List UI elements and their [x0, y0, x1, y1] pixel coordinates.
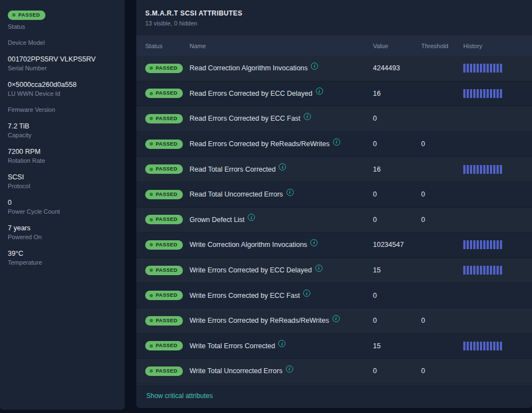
attribute-row[interactable]: PASSEDRead Total Uncorrected Errorsi00	[136, 182, 532, 208]
attribute-history-sparkline	[463, 342, 523, 350]
attribute-row[interactable]: PASSEDWrite Errors Corrected by ECC Dela…	[136, 258, 532, 283]
attribute-row[interactable]: PASSEDWrite Total Uncorrected Errorsi00	[136, 359, 532, 384]
status-badge-label: PASSED	[156, 369, 177, 374]
info-icon[interactable]: i	[278, 340, 285, 347]
info-icon[interactable]: i	[332, 315, 340, 322]
attribute-row[interactable]: PASSEDRead Total Errors Correctedi16	[136, 157, 532, 182]
attribute-row[interactable]: PASSEDRead Errors Corrected by ECC Delay…	[136, 81, 532, 107]
device-attribute-value: 001702PPS5RV VLKPS5RV	[8, 55, 117, 63]
history-bar	[467, 240, 469, 249]
card-header: S.M.A.R.T SCSI ATTRIBUTES 13 visible, 0 …	[136, 0, 532, 35]
device-attribute-label: Serial Number	[8, 65, 117, 71]
status-dot-icon	[150, 243, 153, 246]
history-bar	[463, 342, 466, 350]
device-attribute-value: 0×5000cca260d0a558	[8, 81, 117, 89]
attribute-row[interactable]: PASSEDRead Correction Algorithm Invocati…	[136, 56, 532, 81]
device-attribute-label: LU WWN Device Id	[8, 90, 117, 97]
status-badge-label: PASSED	[156, 242, 177, 247]
attribute-value: 15	[373, 266, 421, 274]
attribute-row[interactable]: PASSEDGrown Defect Listi00	[136, 208, 532, 233]
attribute-row[interactable]: PASSEDWrite Errors Corrected by ReReads/…	[136, 308, 532, 334]
history-bar	[480, 240, 482, 249]
attribute-value: 0	[373, 190, 421, 198]
attribute-name-cell: Write Total Errors Correctedi	[190, 342, 373, 350]
device-attribute: Device Model	[8, 39, 117, 46]
history-bar	[477, 240, 479, 249]
history-bar	[490, 342, 492, 350]
status-badge-label: PASSED	[156, 293, 177, 298]
show-critical-attributes-link[interactable]: Show critical attributes	[146, 392, 213, 400]
status-badge: PASSED	[145, 164, 183, 174]
device-attribute: 0Power Cycle Count	[8, 199, 117, 215]
attribute-name: Write Errors Corrected by ECC Fast	[190, 292, 300, 300]
history-bar	[497, 266, 499, 275]
info-icon[interactable]: i	[310, 239, 318, 246]
attribute-status-cell: PASSED	[145, 316, 190, 326]
info-icon[interactable]: i	[315, 265, 323, 272]
history-bar	[497, 342, 499, 350]
attribute-value: 10234547	[373, 241, 421, 249]
history-bar	[480, 64, 482, 73]
history-bar	[470, 64, 472, 73]
status-badge: PASSED	[145, 266, 183, 275]
status-badge-label: PASSED	[156, 217, 177, 222]
history-bar	[483, 64, 485, 73]
history-bar	[480, 266, 482, 275]
history-bar	[467, 89, 469, 98]
info-icon[interactable]: i	[303, 290, 310, 297]
attribute-history-sparkline	[463, 165, 523, 174]
device-attribute-value: 7 years	[8, 224, 117, 232]
history-bar	[473, 64, 475, 73]
attribute-row[interactable]: PASSEDWrite Errors Corrected by ECC Fast…	[136, 283, 532, 308]
device-attribute: SCSIProtocol	[8, 173, 117, 189]
attribute-name: Write Total Uncorrected Errors	[190, 367, 283, 375]
history-bar	[490, 266, 492, 275]
info-icon[interactable]: i	[316, 87, 323, 95]
status-badge-label: PASSED	[156, 192, 177, 197]
attribute-value: 16	[373, 90, 421, 97]
info-icon[interactable]: i	[248, 214, 255, 221]
status-badge: PASSED	[145, 291, 183, 300]
device-attribute: 7200 RPMRotation Rate	[8, 148, 117, 164]
history-bar	[493, 165, 495, 174]
attribute-name-cell: Write Errors Corrected by ECC Delayedi	[190, 266, 373, 274]
history-bar	[477, 64, 479, 73]
history-bar	[490, 240, 492, 249]
attribute-status-cell: PASSED	[145, 266, 190, 275]
info-icon[interactable]: i	[304, 113, 311, 120]
status-dot-icon	[150, 193, 153, 196]
device-attribute: 0×5000cca260d0a558LU WWN Device Id	[8, 81, 117, 97]
attribute-status-cell: PASSED	[145, 190, 190, 199]
info-icon[interactable]: i	[287, 189, 294, 196]
status-dot-icon	[150, 142, 153, 146]
table-header-row: Status Name Value Threshold History	[136, 35, 532, 56]
card-title: S.M.A.R.T SCSI ATTRIBUTES	[145, 9, 523, 17]
attribute-value: 4244493	[373, 64, 421, 72]
attribute-row[interactable]: PASSEDWrite Total Errors Correctedi15	[136, 334, 532, 359]
attribute-row[interactable]: PASSEDWrite Correction Algorithm Invocat…	[136, 233, 532, 258]
attribute-name: Write Correction Algorithm Invocations	[190, 241, 307, 249]
device-attribute-label: Temperature	[8, 259, 117, 266]
smart-attributes-card: S.M.A.R.T SCSI ATTRIBUTES 13 visible, 0 …	[136, 0, 532, 408]
status-dot-icon	[150, 369, 153, 373]
attribute-name: Write Errors Corrected by ECC Delayed	[190, 266, 312, 274]
history-bar	[487, 89, 489, 98]
device-attribute-label: Protocol	[8, 183, 117, 189]
attribute-name: Grown Defect List	[190, 216, 244, 224]
device-attribute: 7.2 TiBCapacity	[8, 122, 117, 138]
info-icon[interactable]: i	[286, 365, 293, 373]
attribute-name-cell: Read Total Errors Correctedi	[190, 166, 373, 173]
history-bar	[477, 342, 479, 350]
history-bar	[493, 266, 495, 275]
attribute-value: 0	[373, 140, 421, 148]
status-badge: PASSED	[145, 316, 183, 326]
info-icon[interactable]: i	[279, 163, 286, 171]
history-bar	[463, 240, 466, 249]
attribute-history-sparkline	[463, 89, 523, 98]
info-icon[interactable]: i	[311, 63, 318, 70]
attribute-row[interactable]: PASSEDRead Errors Corrected by ReReads/R…	[136, 132, 532, 157]
history-bar	[500, 266, 502, 275]
history-bar	[483, 165, 485, 174]
info-icon[interactable]: i	[333, 138, 340, 146]
attribute-row[interactable]: PASSEDRead Errors Corrected by ECC Fasti…	[136, 106, 532, 132]
